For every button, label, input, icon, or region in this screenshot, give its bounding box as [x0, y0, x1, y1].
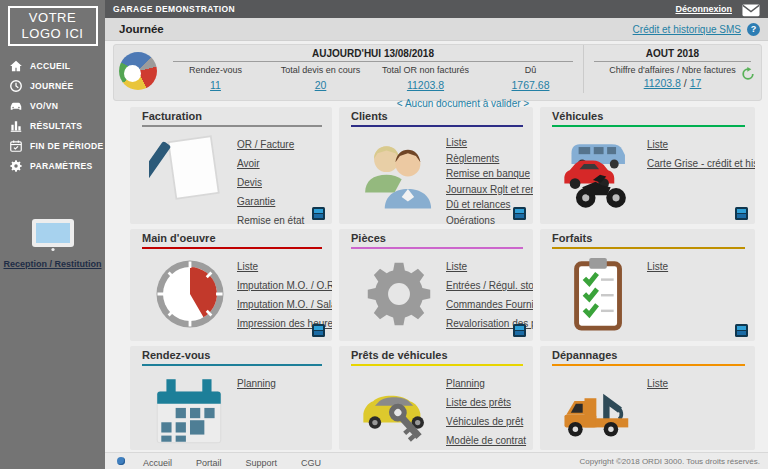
invoice-count-link[interactable]: 17: [690, 77, 702, 89]
copyright-text: Copyright ©2018 ORDI 3000. Tous droits r…: [580, 457, 761, 466]
page-header: Journée Crédit et historique SMS ?: [105, 18, 768, 41]
sidebar-menu: ACCUEILJOURNÉEVO/VNRÉSULTATSFIN DE PÉRIO…: [0, 56, 105, 176]
card-accent-rule: [142, 364, 322, 366]
card-link[interactable]: Véhicules de prêt: [446, 412, 526, 431]
metric-value-link[interactable]: 20: [315, 79, 327, 91]
card-accent-rule: [142, 125, 322, 127]
sidebar-item-label: RÉSULTATS: [30, 121, 82, 131]
card-accent-rule: [351, 125, 523, 127]
card-link[interactable]: Imputation M.O. / Salarié: [237, 295, 332, 314]
cards-grid: FacturationOR / FactureAvoirDevisGaranti…: [130, 107, 755, 450]
card-link[interactable]: Liste: [446, 135, 533, 151]
sidebar-item-label: ACCUEIL: [30, 61, 70, 71]
card-link[interactable]: Commandes Fournisseurs: [446, 295, 533, 314]
metric-total-or-non-factures: Total OR non facturés11203.8: [373, 65, 478, 93]
logo-line2: LOGO ICI: [22, 26, 84, 42]
card-link[interactable]: Modèle de contrat: [446, 431, 526, 450]
sidebar-item-label: PARAMÈTRES: [30, 161, 93, 171]
card-link[interactable]: Règlements: [446, 151, 533, 167]
home-icon: [9, 59, 23, 73]
card-title: Rendez-vous: [142, 349, 322, 362]
card-link[interactable]: Devis: [237, 173, 322, 192]
card-clients: ClientsListeRèglementsRemise en banqueJo…: [339, 107, 533, 224]
sidebar-item-label: JOURNÉE: [30, 81, 74, 91]
card-link[interactable]: Remise en banque: [446, 166, 533, 182]
metric-separator: /: [684, 77, 687, 89]
card-link[interactable]: Carte Grise - crédit et histo.: [647, 154, 755, 173]
car-key-icon: [351, 368, 446, 450]
today-section: AUJOURD'HUI 13/08/2018 Rendez-vous11Tota…: [163, 45, 583, 93]
card-title: Prêts de véhicules: [351, 349, 523, 362]
card-link[interactable]: Entrées / Régul. stock: [446, 276, 533, 295]
sidebar-item-parametres[interactable]: PARAMÈTRES: [0, 156, 105, 176]
card-link[interactable]: Imputation M.O. / O.R.: [237, 276, 332, 295]
card-link[interactable]: Remise en état: [237, 211, 322, 224]
card-title: Main d'oeuvre: [142, 232, 322, 245]
sidebar-item-resultats[interactable]: RÉSULTATS: [0, 116, 105, 136]
card-link[interactable]: Liste: [647, 135, 755, 154]
summary-panel: AUJOURD'HUI 13/08/2018 Rendez-vous11Tota…: [113, 44, 762, 101]
card-link[interactable]: Journaux Rglt et remises: [446, 182, 533, 198]
card-link[interactable]: Garantie: [237, 192, 322, 211]
sidebar-item-journee[interactable]: JOURNÉE: [0, 76, 105, 96]
metric-label: Dû: [478, 65, 583, 75]
logo-line1: VOTRE: [29, 10, 76, 26]
sidebar-item-accueil[interactable]: ACCUEIL: [0, 56, 105, 76]
card-vehicules: VéhiculesListeCarte Grise - crédit et hi…: [540, 107, 755, 224]
card-depannages: DépannagesListe: [540, 346, 755, 450]
footer-link[interactable]: CGU: [301, 458, 321, 468]
card-link[interactable]: Liste des prêts: [446, 393, 526, 412]
sidebar-item-vo-vn[interactable]: VO/VN: [0, 96, 105, 116]
metric-value-link[interactable]: 11: [210, 79, 221, 91]
card-link[interactable]: Planning: [237, 374, 322, 393]
footer-link[interactable]: Accueil: [143, 458, 172, 468]
sidebar: VOTRE LOGO ICI ACCUEILJOURNÉEVO/VNRÉSULT…: [0, 0, 105, 469]
logout-link[interactable]: Déconnexion: [675, 4, 732, 14]
sidebar-item-fin-de-periode[interactable]: FIN DE PÉRIODE: [0, 136, 105, 156]
card-forfaits: ForfaitsListe: [540, 229, 755, 341]
footer-link[interactable]: Portail: [196, 458, 222, 468]
card-link[interactable]: Liste: [446, 257, 533, 276]
card-accent-rule: [351, 247, 523, 249]
footer-links: AccueilPortailSupportCGU: [143, 452, 345, 469]
mini-monitor-icon[interactable]: [513, 323, 526, 336]
mini-monitor-icon[interactable]: [735, 206, 748, 219]
globe-icon: [117, 457, 125, 465]
card-accent-rule: [552, 247, 745, 249]
footer-bar: AccueilPortailSupportCGU Copyright ©2018…: [105, 452, 768, 469]
mini-monitor-icon[interactable]: [735, 323, 748, 336]
metric-value-link[interactable]: 1767.68: [512, 79, 550, 91]
revenue-value-link[interactable]: 11203.8: [644, 77, 681, 89]
card-title: Forfaits: [552, 232, 745, 245]
clients-icon: [351, 129, 446, 224]
card-accent-rule: [351, 364, 523, 366]
card-link[interactable]: OR / Facture: [237, 135, 322, 154]
help-icon[interactable]: ?: [747, 23, 760, 36]
metric-label: Total OR non facturés: [373, 65, 478, 75]
card-link[interactable]: Liste: [647, 257, 745, 276]
mini-monitor-icon[interactable]: [312, 206, 325, 219]
sidebar-item-label: FIN DE PÉRIODE: [30, 141, 103, 151]
mini-monitor-icon[interactable]: [312, 323, 325, 336]
card-title: Dépannages: [552, 349, 745, 362]
card-title: Pièces: [351, 232, 523, 245]
card-link[interactable]: Liste: [647, 374, 745, 393]
sms-credit-link[interactable]: Crédit et historique SMS: [633, 24, 741, 35]
card-link[interactable]: Liste: [237, 257, 332, 276]
pen-paper-icon: [142, 129, 237, 224]
refresh-icon[interactable]: [741, 67, 755, 81]
app-title: GARAGE DEMONSTRATION: [113, 4, 235, 14]
card-link[interactable]: Planning: [446, 374, 526, 393]
metric-value-link[interactable]: 11203.8: [407, 79, 444, 91]
top-bar: GARAGE DEMONSTRATION Déconnexion: [105, 0, 768, 18]
card-link[interactable]: Avoir: [237, 154, 322, 173]
reception-block: Reception / Restitution: [0, 218, 105, 269]
gear-large-icon: [351, 251, 446, 334]
metric-label: Total devis en cours: [268, 65, 373, 75]
footer-link[interactable]: Support: [246, 458, 278, 468]
car-icon: [9, 99, 23, 113]
mini-monitor-icon[interactable]: [513, 206, 526, 219]
clipboard-icon: [552, 251, 647, 334]
envelope-icon[interactable]: [742, 3, 760, 16]
reception-restitution-link[interactable]: Reception / Restitution: [0, 259, 105, 269]
